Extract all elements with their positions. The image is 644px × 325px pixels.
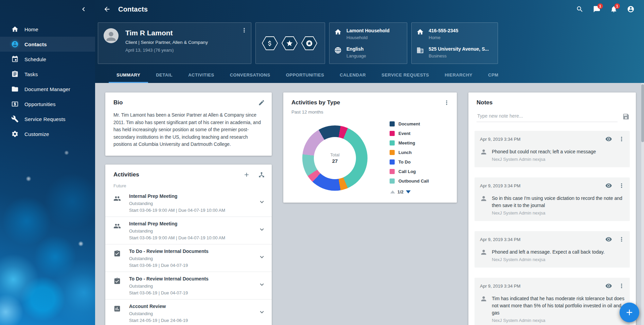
gear-icon	[11, 130, 19, 138]
activity-item[interactable]: Internal Prep Meeting Outstanding Start …	[105, 217, 272, 244]
left-column: Bio Mr. Tim Lamont has been a Senior Par…	[105, 92, 272, 325]
activity-dates: Start 03-06-19 | Due 04-07-19	[129, 290, 258, 295]
note-item: Apr 9, 2019 3:34 PM Tim has indicated th…	[475, 278, 630, 325]
contact-menu-icon[interactable]	[241, 27, 248, 34]
sidebar-item-service-requests[interactable]: Service Requests	[0, 112, 95, 126]
badge-hexagon[interactable]	[301, 36, 317, 50]
note-input-row	[468, 106, 636, 122]
language-row[interactable]: English Language	[334, 46, 402, 58]
sidebar-item-tasks[interactable]: Tasks	[0, 67, 95, 82]
activities-card: Activities Future Internal Prep Meeting	[105, 165, 272, 325]
view-note-icon[interactable]	[605, 283, 612, 289]
note-menu-icon[interactable]	[618, 283, 625, 289]
money-icon	[11, 100, 19, 108]
legend-label: Document	[398, 121, 420, 126]
activity-status: Outstanding	[129, 228, 258, 234]
legend-label: Event	[398, 131, 410, 136]
note-date: Apr 9, 2019 3:34 PM	[480, 183, 520, 188]
note-text: Tim has indicated that he has moderate r…	[492, 295, 625, 317]
tab-summary[interactable]: SUMMARY	[109, 68, 148, 83]
activity-title: Internal Prep Meeting	[129, 193, 258, 199]
account-icon[interactable]	[627, 5, 634, 13]
note-author: NexJ System Admin nexjsa	[492, 257, 605, 262]
contact-birthdate: April 13, 1943 (76 years)	[125, 48, 208, 53]
sidebar-item-document-manager[interactable]: Document Manager	[0, 82, 95, 97]
view-note-icon[interactable]	[605, 136, 612, 142]
chart-menu-icon[interactable]	[443, 99, 450, 106]
person-icon	[480, 148, 487, 156]
view-note-icon[interactable]	[605, 182, 612, 189]
wrench-icon	[11, 115, 19, 123]
sidebar-nav: Home Contacts Schedule Tasks	[0, 22, 95, 141]
calendar-icon	[11, 55, 19, 63]
activity-status: Outstanding	[129, 256, 258, 261]
expand-icon[interactable]	[258, 198, 266, 206]
tab-opportunities[interactable]: OPPORTUNITIES	[278, 68, 332, 83]
legend-swatch	[390, 121, 395, 126]
tab-calendar[interactable]: CALENDAR	[332, 68, 374, 83]
tab-activities[interactable]: ACTIVITIES	[180, 68, 222, 83]
back-icon[interactable]	[103, 5, 111, 13]
tab-cpm[interactable]: CPM	[480, 68, 506, 83]
note-menu-icon[interactable]	[618, 182, 625, 189]
sidebar-item-schedule[interactable]: Schedule	[0, 52, 95, 67]
collapse-sidebar-icon[interactable]	[79, 5, 88, 13]
badge-hexagon[interactable]	[282, 36, 298, 50]
expand-icon[interactable]	[258, 281, 266, 288]
activity-dates: Start 03-06-19 | Due 04-07-19	[129, 263, 258, 268]
save-note-icon[interactable]	[622, 113, 630, 120]
bio-title: Bio	[113, 99, 123, 106]
legend-item-outbound-call: Outbound Call	[390, 178, 448, 184]
tab-detail[interactable]: DETAIL	[148, 68, 180, 83]
address-row[interactable]: 525 University Avenue, S... Business	[416, 46, 493, 58]
add-activity-icon[interactable]	[243, 171, 250, 178]
app-bar: Contacts 1 1	[95, 0, 644, 18]
note-date: Apr 9, 2019 3:34 PM	[480, 284, 520, 289]
sidebar-item-home[interactable]: Home	[0, 22, 95, 37]
phone-row[interactable]: 416-555-2345 Home	[416, 28, 493, 40]
note-menu-icon[interactable]	[618, 236, 625, 243]
legend-swatch	[390, 140, 395, 146]
sidebar-item-customize[interactable]: Customize	[0, 126, 95, 141]
expand-icon[interactable]	[258, 253, 266, 261]
messages-icon[interactable]: 1	[593, 5, 601, 13]
edit-bio-icon[interactable]	[258, 99, 265, 106]
chart-subtitle: Past 12 months	[283, 106, 457, 115]
note-author: NexJ System Admin nexjsa	[492, 157, 596, 162]
activity-dates: Start 03-06-19 9:00 AM | Due 04-07-19 10…	[129, 208, 258, 213]
sidebar-item-contacts[interactable]: Contacts	[0, 37, 95, 52]
scrollbar[interactable]	[641, 83, 644, 325]
globe-icon	[334, 47, 342, 54]
note-menu-icon[interactable]	[618, 136, 625, 142]
activity-title: To Do - Review Internal Documents	[129, 249, 258, 254]
legend-prev-icon[interactable]	[390, 190, 395, 193]
chart-body: Total 27 DocumentEventMeetingLunchTo DoC…	[283, 115, 457, 194]
hierarchy-view-icon[interactable]	[258, 171, 265, 178]
new-note-input[interactable]	[477, 111, 618, 122]
search-icon[interactable]	[576, 5, 584, 13]
activity-item[interactable]: Internal Prep Meeting Outstanding Start …	[105, 189, 272, 217]
scrollbar-thumb[interactable]	[641, 84, 644, 142]
main-area: Contacts 1 1 Tim R Lamont Client | Senio…	[95, 0, 644, 325]
activity-item[interactable]: Account Review Outstanding Start 24-05-1…	[105, 300, 272, 325]
expand-icon[interactable]	[258, 226, 266, 233]
notifications-icon[interactable]: 1	[610, 5, 618, 13]
tab-service-requests[interactable]: SERVICE REQUESTS	[374, 68, 437, 83]
tab-conversations[interactable]: CONVERSATIONS	[222, 68, 278, 83]
add-note-fab[interactable]	[620, 303, 639, 322]
household-row[interactable]: Lamont Household Household	[334, 28, 402, 40]
activity-item[interactable]: To Do - Review Internal Documents Outsta…	[105, 272, 272, 300]
sidebar-item-opportunities[interactable]: Opportunities	[0, 97, 95, 112]
note-text: Phoned but could not reach; left a voice…	[492, 148, 596, 155]
badge-hexagon[interactable]	[262, 36, 278, 50]
expand-icon[interactable]	[258, 308, 266, 316]
note-item: Apr 9, 2019 3:34 PM Phoned but could not…	[475, 131, 630, 167]
star-icon	[286, 40, 293, 47]
activity-item[interactable]: To Do - Review Internal Documents Outsta…	[105, 244, 272, 272]
messages-badge: 1	[597, 3, 603, 9]
avatar	[104, 28, 119, 43]
contact-name: Tim R Lamont	[125, 29, 208, 37]
legend-next-icon[interactable]	[406, 190, 411, 193]
tab-hierarchy[interactable]: HIERARCHY	[437, 68, 480, 83]
view-note-icon[interactable]	[605, 236, 612, 243]
